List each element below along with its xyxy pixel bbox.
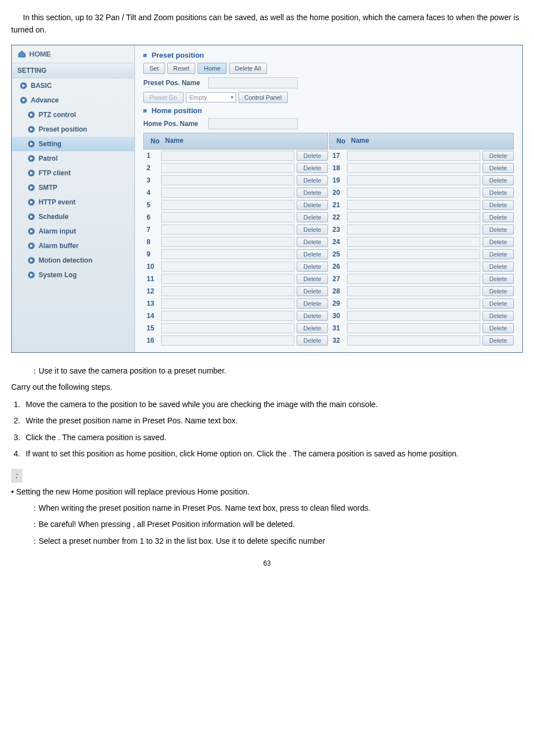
home-link[interactable]: HOME xyxy=(12,45,134,63)
preset-name-input[interactable] xyxy=(347,225,480,235)
nav-item-ftp-client[interactable]: FTP client xyxy=(12,166,134,180)
delete-button[interactable]: Delete xyxy=(297,311,328,321)
preset-name-input[interactable] xyxy=(161,286,294,296)
preset-name-input[interactable] xyxy=(161,151,294,161)
delete-button[interactable]: Delete xyxy=(297,286,328,296)
preset-name-input[interactable] xyxy=(161,298,294,309)
nav-item-preset-position[interactable]: Preset position xyxy=(12,122,134,137)
nav-item-setting[interactable]: Setting xyxy=(12,137,134,151)
nav-item-alarm-buffer[interactable]: Alarm buffer xyxy=(12,239,134,253)
home-pos-name-input[interactable] xyxy=(208,118,298,129)
preset-name-input[interactable] xyxy=(161,163,294,173)
preset-name-cell xyxy=(160,285,296,297)
home-button[interactable]: Home xyxy=(198,63,226,74)
preset-row: 17Delete xyxy=(329,150,514,162)
reset-button[interactable]: Reset xyxy=(167,63,196,74)
delete-button[interactable]: Delete xyxy=(483,249,514,259)
preset-name-input[interactable] xyxy=(347,188,480,198)
delete-button[interactable]: Delete xyxy=(483,237,514,247)
preset-name-input[interactable] xyxy=(161,225,294,235)
delete-button[interactable]: Delete xyxy=(297,175,328,185)
delete-button[interactable]: Delete xyxy=(297,237,328,247)
preset-name-input[interactable] xyxy=(161,323,294,333)
preset-name-cell xyxy=(160,297,296,310)
delete-button[interactable]: Delete xyxy=(297,323,328,333)
delete-all-button[interactable]: Delete All xyxy=(229,63,267,74)
note-label: : xyxy=(11,469,22,483)
preset-name-cell xyxy=(346,223,481,236)
nav-item-smtp[interactable]: SMTP xyxy=(12,180,134,195)
preset-name-input[interactable] xyxy=(347,274,480,284)
preset-name-input[interactable] xyxy=(347,237,480,247)
preset-pos-name-input[interactable] xyxy=(208,77,298,88)
delete-button[interactable]: Delete xyxy=(483,311,514,321)
preset-name-input[interactable] xyxy=(161,274,294,284)
preset-name-input[interactable] xyxy=(161,237,294,247)
preset-name-input[interactable] xyxy=(347,200,480,210)
preset-col-left: No Name 1Delete2Delete3Delete4Delete5Del… xyxy=(143,133,328,347)
delete-button[interactable]: Delete xyxy=(483,212,514,222)
delete-button[interactable]: Delete xyxy=(483,286,514,296)
nav-item-schedule[interactable]: Schedule xyxy=(12,209,134,224)
set-button[interactable]: Set xyxy=(143,63,165,74)
preset-name-input[interactable] xyxy=(161,175,294,185)
preset-name-input[interactable] xyxy=(347,249,480,259)
preset-name-input[interactable] xyxy=(161,188,294,198)
delete-button[interactable]: Delete xyxy=(483,188,514,198)
preset-name-input[interactable] xyxy=(161,262,294,272)
preset-name-input[interactable] xyxy=(347,286,480,296)
preset-dropdown[interactable]: Empty xyxy=(186,92,236,102)
delete-button[interactable]: Delete xyxy=(297,262,328,272)
delete-button[interactable]: Delete xyxy=(483,323,514,333)
preset-name-input[interactable] xyxy=(161,249,294,259)
delete-button[interactable]: Delete xyxy=(297,212,328,222)
nav-advance[interactable]: Advance xyxy=(12,93,134,108)
preset-go-button[interactable]: Preset Go xyxy=(143,92,184,103)
preset-name-input[interactable] xyxy=(347,335,480,346)
preset-name-input[interactable] xyxy=(347,262,480,272)
nav-item-patrol[interactable]: Patrol xyxy=(12,151,134,166)
preset-name-input[interactable] xyxy=(161,212,294,222)
delete-button[interactable]: Delete xyxy=(297,225,328,235)
delete-button[interactable]: Delete xyxy=(297,188,328,198)
nav-item-alarm-input[interactable]: Alarm input xyxy=(12,224,134,239)
delete-button[interactable]: Delete xyxy=(483,335,514,346)
control-panel-button[interactable]: Control Panel xyxy=(238,92,288,103)
nav-item-motion-detection[interactable]: Motion detection xyxy=(12,253,134,268)
delete-button[interactable]: Delete xyxy=(483,175,514,185)
nav-item-ptz-control[interactable]: PTZ control xyxy=(12,108,134,122)
preset-name-input[interactable] xyxy=(347,151,480,161)
preset-name-input[interactable] xyxy=(347,175,480,185)
delete-button[interactable]: Delete xyxy=(297,200,328,210)
delete-button[interactable]: Delete xyxy=(483,298,514,309)
preset-name-input[interactable] xyxy=(161,335,294,346)
delete-button[interactable]: Delete xyxy=(297,151,328,161)
delete-button[interactable]: Delete xyxy=(483,262,514,272)
preset-name-cell xyxy=(346,248,481,260)
delete-button[interactable]: Delete xyxy=(297,163,328,173)
preset-name-input[interactable] xyxy=(347,323,480,333)
preset-pos-name-label: Preset Pos. Name xyxy=(143,79,205,87)
delete-button[interactable]: Delete xyxy=(483,200,514,210)
preset-pos-name-row: Preset Pos. Name xyxy=(143,77,514,88)
preset-name-input[interactable] xyxy=(161,200,294,210)
nav-item-system-log[interactable]: System Log xyxy=(12,268,134,282)
preset-name-input[interactable] xyxy=(347,311,480,321)
preset-name-input[interactable] xyxy=(347,163,480,173)
preset-name-input[interactable] xyxy=(347,212,480,222)
preset-name-input[interactable] xyxy=(347,298,480,309)
preset-name-input[interactable] xyxy=(161,311,294,321)
delete-button[interactable]: Delete xyxy=(297,298,328,309)
delete-button[interactable]: Delete xyxy=(297,335,328,346)
delete-button[interactable]: Delete xyxy=(297,249,328,259)
delete-button[interactable]: Delete xyxy=(483,225,514,235)
nav-item-http-event[interactable]: HTTP event xyxy=(12,195,134,209)
delete-button[interactable]: Delete xyxy=(297,274,328,284)
delete-button[interactable]: Delete xyxy=(483,274,514,284)
preset-no: 25 xyxy=(329,249,346,260)
nav-basic[interactable]: BASIC xyxy=(12,78,134,93)
delete-button[interactable]: Delete xyxy=(483,163,514,173)
preset-name-cell xyxy=(160,162,296,174)
documentation-text: ：Use it to save the camera position to a… xyxy=(11,364,523,548)
delete-button[interactable]: Delete xyxy=(483,151,514,161)
